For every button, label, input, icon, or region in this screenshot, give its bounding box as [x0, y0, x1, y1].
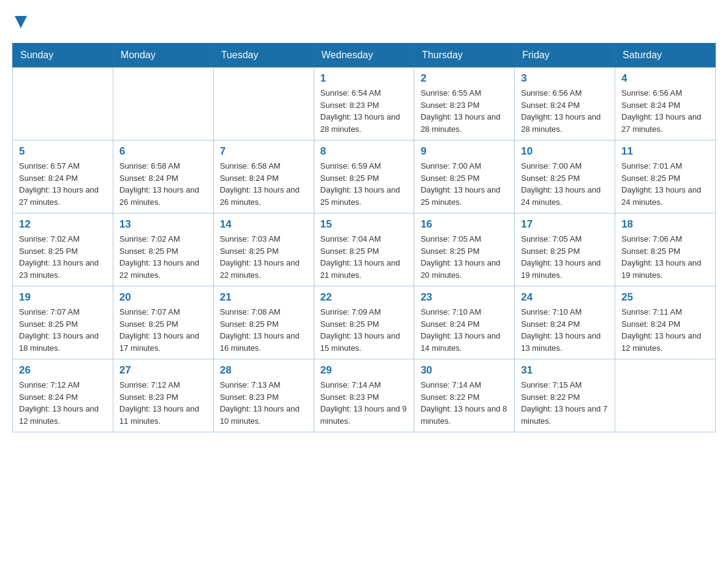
day-number: 29: [320, 364, 408, 377]
column-header-monday: Monday: [113, 44, 213, 67]
day-number: 5: [19, 145, 107, 158]
day-info: Sunrise: 7:07 AMSunset: 8:25 PMDaylight:…: [19, 306, 107, 354]
day-number: 1: [320, 72, 408, 85]
day-number: 31: [521, 364, 609, 377]
day-info: Sunrise: 7:07 AMSunset: 8:25 PMDaylight:…: [119, 306, 207, 354]
day-info: Sunrise: 7:11 AMSunset: 8:24 PMDaylight:…: [621, 306, 709, 354]
column-header-saturday: Saturday: [615, 44, 716, 67]
calendar-cell: 20Sunrise: 7:07 AMSunset: 8:25 PMDayligh…: [113, 286, 213, 359]
calendar-cell: 5Sunrise: 6:57 AMSunset: 8:24 PMDaylight…: [13, 140, 113, 213]
calendar-cell: 30Sunrise: 7:14 AMSunset: 8:22 PMDayligh…: [414, 359, 515, 432]
day-number: 28: [220, 364, 308, 377]
day-info: Sunrise: 6:59 AMSunset: 8:25 PMDaylight:…: [320, 160, 408, 208]
calendar-cell: [13, 67, 113, 140]
day-number: 14: [220, 218, 308, 231]
day-info: Sunrise: 6:54 AMSunset: 8:23 PMDaylight:…: [320, 87, 408, 135]
calendar-cell: 29Sunrise: 7:14 AMSunset: 8:23 PMDayligh…: [314, 359, 414, 432]
calendar-cell: 3Sunrise: 6:56 AMSunset: 8:24 PMDaylight…: [515, 67, 615, 140]
week-row-2: 5Sunrise: 6:57 AMSunset: 8:24 PMDaylight…: [13, 140, 716, 213]
day-info: Sunrise: 7:10 AMSunset: 8:24 PMDaylight:…: [521, 306, 609, 354]
column-header-tuesday: Tuesday: [213, 44, 314, 67]
calendar-cell: 9Sunrise: 7:00 AMSunset: 8:25 PMDaylight…: [414, 140, 515, 213]
day-info: Sunrise: 6:55 AMSunset: 8:23 PMDaylight:…: [420, 87, 508, 135]
calendar-header-row: SundayMondayTuesdayWednesdayThursdayFrid…: [13, 44, 716, 67]
calendar-cell: 14Sunrise: 7:03 AMSunset: 8:25 PMDayligh…: [213, 213, 314, 286]
day-info: Sunrise: 7:01 AMSunset: 8:25 PMDaylight:…: [621, 160, 709, 208]
logo: [12, 12, 29, 31]
day-info: Sunrise: 6:58 AMSunset: 8:24 PMDaylight:…: [220, 160, 308, 208]
calendar-cell: 10Sunrise: 7:00 AMSunset: 8:25 PMDayligh…: [515, 140, 615, 213]
day-number: 13: [119, 218, 207, 231]
calendar-cell: [113, 67, 213, 140]
day-number: 2: [420, 72, 508, 85]
calendar-cell: 28Sunrise: 7:13 AMSunset: 8:23 PMDayligh…: [213, 359, 314, 432]
day-info: Sunrise: 7:15 AMSunset: 8:22 PMDaylight:…: [521, 379, 609, 427]
calendar-cell: 13Sunrise: 7:02 AMSunset: 8:25 PMDayligh…: [113, 213, 213, 286]
calendar-cell: 25Sunrise: 7:11 AMSunset: 8:24 PMDayligh…: [615, 286, 716, 359]
page-header: [12, 12, 716, 31]
day-number: 30: [420, 364, 508, 377]
calendar-cell: 2Sunrise: 6:55 AMSunset: 8:23 PMDaylight…: [414, 67, 515, 140]
day-number: 16: [420, 218, 508, 231]
calendar-cell: 22Sunrise: 7:09 AMSunset: 8:25 PMDayligh…: [314, 286, 414, 359]
calendar-cell: 18Sunrise: 7:06 AMSunset: 8:25 PMDayligh…: [615, 213, 716, 286]
week-row-3: 12Sunrise: 7:02 AMSunset: 8:25 PMDayligh…: [13, 213, 716, 286]
logo-arrow-icon: [12, 13, 29, 31]
day-info: Sunrise: 7:02 AMSunset: 8:25 PMDaylight:…: [19, 233, 107, 281]
day-number: 19: [19, 291, 107, 304]
calendar-cell: 21Sunrise: 7:08 AMSunset: 8:25 PMDayligh…: [213, 286, 314, 359]
day-info: Sunrise: 7:00 AMSunset: 8:25 PMDaylight:…: [420, 160, 508, 208]
week-row-5: 26Sunrise: 7:12 AMSunset: 8:24 PMDayligh…: [13, 359, 716, 432]
calendar-cell: 19Sunrise: 7:07 AMSunset: 8:25 PMDayligh…: [13, 286, 113, 359]
day-number: 27: [119, 364, 207, 377]
day-number: 15: [320, 218, 408, 231]
column-header-wednesday: Wednesday: [314, 44, 414, 67]
calendar-cell: 1Sunrise: 6:54 AMSunset: 8:23 PMDaylight…: [314, 67, 414, 140]
calendar-cell: 4Sunrise: 6:56 AMSunset: 8:24 PMDaylight…: [615, 67, 716, 140]
day-info: Sunrise: 7:12 AMSunset: 8:23 PMDaylight:…: [119, 379, 207, 427]
week-row-4: 19Sunrise: 7:07 AMSunset: 8:25 PMDayligh…: [13, 286, 716, 359]
calendar-cell: 8Sunrise: 6:59 AMSunset: 8:25 PMDaylight…: [314, 140, 414, 213]
day-number: 6: [119, 145, 207, 158]
calendar-cell: 24Sunrise: 7:10 AMSunset: 8:24 PMDayligh…: [515, 286, 615, 359]
day-info: Sunrise: 7:00 AMSunset: 8:25 PMDaylight:…: [521, 160, 609, 208]
day-number: 12: [19, 218, 107, 231]
day-info: Sunrise: 7:14 AMSunset: 8:22 PMDaylight:…: [420, 379, 508, 427]
calendar-cell: 7Sunrise: 6:58 AMSunset: 8:24 PMDaylight…: [213, 140, 314, 213]
day-number: 4: [621, 72, 709, 85]
day-number: 25: [621, 291, 709, 304]
calendar-cell: 12Sunrise: 7:02 AMSunset: 8:25 PMDayligh…: [13, 213, 113, 286]
day-info: Sunrise: 6:58 AMSunset: 8:24 PMDaylight:…: [119, 160, 207, 208]
day-number: 3: [521, 72, 609, 85]
day-info: Sunrise: 7:02 AMSunset: 8:25 PMDaylight:…: [119, 233, 207, 281]
week-row-1: 1Sunrise: 6:54 AMSunset: 8:23 PMDaylight…: [13, 67, 716, 140]
day-info: Sunrise: 7:12 AMSunset: 8:24 PMDaylight:…: [19, 379, 107, 427]
calendar-cell: 15Sunrise: 7:04 AMSunset: 8:25 PMDayligh…: [314, 213, 414, 286]
day-info: Sunrise: 7:05 AMSunset: 8:25 PMDaylight:…: [420, 233, 508, 281]
day-number: 18: [621, 218, 709, 231]
day-number: 24: [521, 291, 609, 304]
svg-marker-0: [15, 16, 27, 28]
day-number: 20: [119, 291, 207, 304]
day-number: 10: [521, 145, 609, 158]
calendar-table: SundayMondayTuesdayWednesdayThursdayFrid…: [12, 43, 716, 432]
day-number: 17: [521, 218, 609, 231]
calendar-cell: 31Sunrise: 7:15 AMSunset: 8:22 PMDayligh…: [515, 359, 615, 432]
day-info: Sunrise: 6:56 AMSunset: 8:24 PMDaylight:…: [621, 87, 709, 135]
day-info: Sunrise: 6:56 AMSunset: 8:24 PMDaylight:…: [521, 87, 609, 135]
calendar-cell: [615, 359, 716, 432]
calendar-cell: 23Sunrise: 7:10 AMSunset: 8:24 PMDayligh…: [414, 286, 515, 359]
column-header-friday: Friday: [515, 44, 615, 67]
day-info: Sunrise: 7:14 AMSunset: 8:23 PMDaylight:…: [320, 379, 408, 427]
day-info: Sunrise: 6:57 AMSunset: 8:24 PMDaylight:…: [19, 160, 107, 208]
day-number: 9: [420, 145, 508, 158]
column-header-sunday: Sunday: [13, 44, 113, 67]
day-info: Sunrise: 7:09 AMSunset: 8:25 PMDaylight:…: [320, 306, 408, 354]
calendar-cell: 16Sunrise: 7:05 AMSunset: 8:25 PMDayligh…: [414, 213, 515, 286]
column-header-thursday: Thursday: [414, 44, 515, 67]
calendar-cell: 27Sunrise: 7:12 AMSunset: 8:23 PMDayligh…: [113, 359, 213, 432]
day-info: Sunrise: 7:03 AMSunset: 8:25 PMDaylight:…: [220, 233, 308, 281]
day-info: Sunrise: 7:13 AMSunset: 8:23 PMDaylight:…: [220, 379, 308, 427]
day-number: 8: [320, 145, 408, 158]
day-info: Sunrise: 7:04 AMSunset: 8:25 PMDaylight:…: [320, 233, 408, 281]
